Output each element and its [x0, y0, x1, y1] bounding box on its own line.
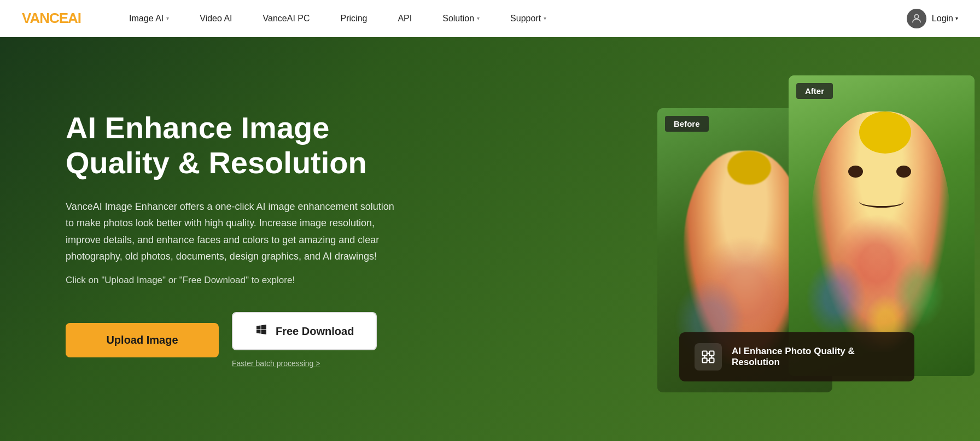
free-download-button[interactable]: Free Download: [232, 312, 377, 350]
svg-point-0: [914, 14, 918, 18]
after-label: After: [796, 83, 833, 99]
nav-label-video-ai: Video AI: [200, 14, 232, 23]
nav-label-pricing: Pricing: [341, 14, 368, 23]
free-download-label: Free Download: [276, 325, 354, 338]
batch-processing-link[interactable]: Faster batch processing >: [232, 359, 377, 368]
logo-part2: AI: [68, 10, 81, 26]
svg-rect-4: [709, 358, 714, 362]
chevron-down-icon-solution: ▾: [477, 15, 480, 21]
nav-item-vanceai-pc[interactable]: VanceAI PC: [248, 0, 325, 37]
nav-label-vanceai-pc: VanceAI PC: [263, 14, 310, 23]
hero-cta-text: Click on "Upload Image" or "Free Downloa…: [66, 275, 405, 286]
logo[interactable]: VANCEAI: [22, 10, 81, 27]
nav-label-solution: Solution: [442, 14, 474, 23]
ai-enhance-icon: [695, 343, 722, 371]
nav-item-video-ai[interactable]: Video AI: [184, 0, 247, 37]
download-col: Free Download Faster batch processing >: [232, 312, 377, 368]
chevron-down-icon-login: ▾: [955, 15, 958, 21]
logo-part1: VANCE: [22, 10, 68, 26]
nav-item-support[interactable]: Support ▾: [495, 0, 562, 37]
svg-rect-1: [703, 351, 707, 355]
chevron-down-icon-support: ▾: [544, 15, 546, 21]
ai-card: AI Enhance Photo Quality & Resolution: [679, 332, 914, 381]
windows-icon: [255, 323, 268, 339]
ai-card-label: AI Enhance Photo Quality & Resolution: [732, 346, 899, 368]
nav-item-api[interactable]: API: [382, 0, 427, 37]
hero-section: AI Enhance Image Quality & Resolution Va…: [0, 37, 980, 441]
image-comparison: Before After: [657, 75, 975, 403]
nav-right: Login ▾: [907, 9, 958, 28]
hero-content: AI Enhance Image Quality & Resolution Va…: [0, 67, 470, 411]
login-label: Login: [932, 14, 953, 23]
nav-label-support: Support: [510, 14, 541, 23]
nav-item-solution[interactable]: Solution ▾: [427, 0, 495, 37]
chevron-down-icon: ▾: [166, 15, 169, 21]
hero-description: VanceAI Image Enhancer offers a one-clic…: [66, 198, 405, 265]
svg-rect-3: [703, 358, 707, 362]
nav-label-image-ai: Image AI: [129, 14, 164, 23]
nav-item-pricing[interactable]: Pricing: [325, 0, 383, 37]
svg-rect-2: [709, 351, 714, 355]
avatar-icon: [907, 9, 926, 28]
logo-text: VANCEAI: [22, 10, 81, 27]
upload-image-button[interactable]: Upload Image: [66, 323, 219, 357]
nav-label-api: API: [398, 14, 412, 23]
image-comparison-area: Before After: [652, 37, 980, 441]
login-button[interactable]: Login ▾: [932, 14, 958, 23]
navbar: VANCEAI Image AI ▾ Video AI VanceAI PC P…: [0, 0, 980, 37]
nav-item-image-ai[interactable]: Image AI ▾: [114, 0, 184, 37]
before-label: Before: [665, 116, 709, 132]
hero-buttons: Upload Image Free Download Faster batch …: [66, 312, 405, 368]
after-image: After: [789, 75, 975, 376]
hero-title: AI Enhance Image Quality & Resolution: [66, 110, 405, 181]
nav-links: Image AI ▾ Video AI VanceAI PC Pricing A…: [114, 0, 907, 37]
